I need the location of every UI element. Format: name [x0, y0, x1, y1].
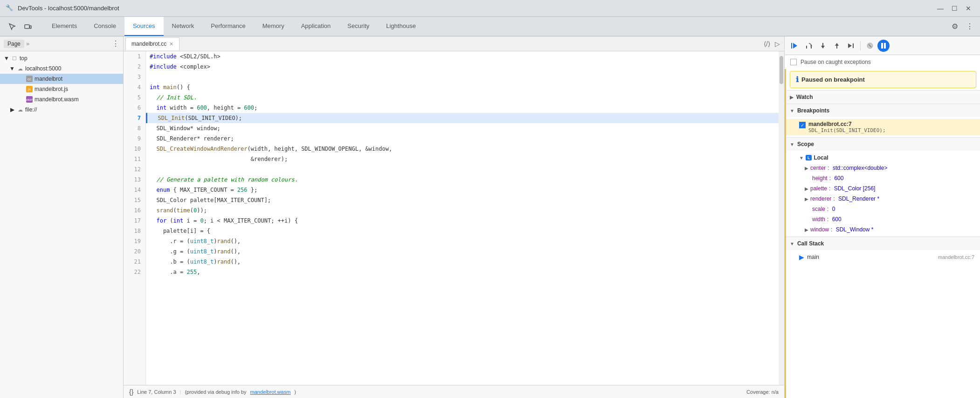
- tab-console[interactable]: Console: [85, 17, 124, 36]
- callstack-item-main[interactable]: ▶ main mandelbrot.cc:7: [786, 252, 980, 262]
- scope-prop-palette: palette: [810, 185, 827, 192]
- pause-exceptions-checkbox[interactable]: [790, 59, 797, 65]
- tree-label-file: file://: [25, 106, 37, 113]
- scope-item-scale[interactable]: scale : 0: [786, 204, 980, 214]
- device-toggle-icon[interactable]: [21, 20, 35, 33]
- scroll-thumb[interactable]: [780, 56, 783, 84]
- svg-marker-2: [793, 43, 797, 49]
- breakpoint-checkbox[interactable]: ✓: [799, 122, 806, 128]
- tree-item-mandelbrot-js[interactable]: js mandelbrot.js: [0, 84, 123, 94]
- window-title: DevTools - localhost:5000/mandelbrot: [18, 5, 931, 12]
- check-icon: ✓: [801, 123, 804, 128]
- code-line-14: enum { MAX_ITER_COUNT = 256 };: [146, 185, 779, 195]
- code-line-17: for (int i = 0; i < MAX_ITER_COUNT; ++i)…: [146, 216, 779, 226]
- pause-exceptions-row: Pause on caught exceptions: [785, 55, 980, 69]
- paused-message: Paused on breakpoint: [801, 76, 865, 83]
- scope-item-height[interactable]: height : 600: [786, 173, 980, 183]
- format-icon[interactable]: ⟨/⟩: [762, 39, 772, 49]
- scope-val-renderer: SDL_Renderer *: [838, 196, 879, 202]
- svg-rect-0: [25, 25, 29, 28]
- scope-item-window[interactable]: ▶ window : SDL_Window *: [786, 224, 980, 235]
- scope-local-header[interactable]: ▼ L Local: [786, 153, 980, 163]
- deactivate-breakpoints-button[interactable]: [863, 39, 876, 52]
- line-num-1: 1: [124, 51, 145, 62]
- editor-tabs: mandelbrot.cc × ⟨/⟩ ▷: [124, 36, 784, 51]
- tree-item-mandelbrot-wasm[interactable]: wasm mandelbrot.wasm: [0, 94, 123, 105]
- code-line-7: SDL_Init(SDL_INIT_VIDEO);: [146, 113, 779, 123]
- step-out-button[interactable]: [830, 39, 843, 52]
- tree-item-mandelbrot[interactable]: cc mandelbrot: [0, 74, 123, 84]
- file-js-icon: js: [26, 86, 33, 92]
- step-over-button[interactable]: [802, 39, 815, 52]
- scope-val-scale: 0: [832, 206, 835, 212]
- tab-bar: Elements Console Sources Network Perform…: [0, 17, 980, 36]
- status-position: Line 7, Column 3: [137, 389, 176, 395]
- line-num-10: 10: [124, 144, 145, 154]
- editor-tab-mandelbrot-cc[interactable]: mandelbrot.cc ×: [125, 37, 179, 50]
- sidebar-more-icon[interactable]: ⋮: [112, 39, 119, 48]
- tab-close-icon[interactable]: ×: [169, 41, 173, 47]
- main-nav-tabs: Elements Console Sources Network Perform…: [43, 17, 424, 36]
- scope-item-width[interactable]: width : 600: [786, 214, 980, 224]
- line-num-17: 17: [124, 216, 145, 226]
- status-source-link[interactable]: mandelbrot.wasm: [250, 389, 290, 395]
- breakpoint-item[interactable]: ✓ mandelbrot.cc:7 SDL_Init(SDL_INIT_VIDE…: [786, 119, 980, 135]
- pause-button[interactable]: [877, 40, 890, 52]
- scope-item-palette[interactable]: ▶ palette : SDL_Color [256]: [786, 183, 980, 194]
- resume-button[interactable]: [788, 39, 801, 52]
- step-into-button[interactable]: [816, 39, 829, 52]
- tree-item-file[interactable]: ▶ ☁ file://: [0, 105, 123, 115]
- breakpoint-code: SDL_Init(SDL_INIT_VIDEO);: [808, 127, 886, 133]
- scope-item-center[interactable]: ▶ center : std::complex<double>: [786, 163, 980, 173]
- sidebar-chevron[interactable]: »: [26, 40, 29, 47]
- inspect-icon[interactable]: [6, 20, 19, 33]
- tab-security[interactable]: Security: [339, 17, 378, 36]
- scope-section: ▼ Scope ▼ L Local ▶ center: [786, 137, 980, 237]
- status-source-info: (provided via debug info by: [185, 389, 246, 395]
- scope-palette-arrow: ▶: [805, 186, 808, 191]
- watch-section-header[interactable]: ▶ Watch: [786, 91, 980, 104]
- code-line-11: &renderer);: [146, 154, 779, 164]
- call-stack-header[interactable]: ▼ Call Stack: [786, 237, 980, 250]
- breakpoints-section-header[interactable]: ▼ Breakpoints: [786, 104, 980, 117]
- tree-arrow-top: ▼: [4, 56, 9, 61]
- file-cc-icon: cc: [26, 76, 33, 82]
- svg-marker-8: [821, 46, 825, 49]
- sidebar-tab-page[interactable]: Page: [4, 40, 24, 48]
- tab-application[interactable]: Application: [293, 17, 339, 36]
- minimize-button[interactable]: —: [934, 3, 946, 14]
- sidebar-header: Page » ⋮: [0, 36, 123, 51]
- callstack-fn-main: main: [807, 254, 819, 260]
- scope-item-renderer[interactable]: ▶ renderer : SDL_Renderer *: [786, 194, 980, 204]
- close-button[interactable]: ✕: [962, 3, 974, 14]
- tree-label-mandelbrot-js: mandelbrot.js: [35, 86, 68, 92]
- more-icon[interactable]: ⋮: [963, 20, 976, 33]
- code-content[interactable]: #include <SDL2/SDL.h> #include <complex>…: [146, 51, 779, 385]
- scope-colon-renderer: :: [833, 196, 836, 202]
- scope-prop-scale: scale: [812, 206, 825, 212]
- tree-item-localhost[interactable]: ▼ ☁ localhost:5000: [0, 63, 123, 74]
- scope-content: ▼ L Local ▶ center : std::complex<double…: [786, 151, 980, 237]
- settings-icon[interactable]: ⚙: [948, 20, 961, 33]
- scope-prop-window: window: [810, 226, 829, 233]
- scope-colon-height: :: [829, 175, 833, 182]
- step-button[interactable]: [844, 39, 857, 52]
- sources-sidebar: Page » ⋮ ▼ ☐ top ▼ ☁ localhost:5000 cc: [0, 36, 124, 398]
- tab-lighthouse[interactable]: Lighthouse: [378, 17, 424, 36]
- tab-elements[interactable]: Elements: [43, 17, 85, 36]
- code-scrollbar[interactable]: [779, 51, 784, 385]
- call-stack-arrow-icon: ▼: [790, 241, 794, 246]
- tab-network[interactable]: Network: [164, 17, 203, 36]
- tree-item-top[interactable]: ▼ ☐ top: [0, 53, 123, 63]
- tree-label-localhost: localhost:5000: [25, 65, 61, 72]
- pretty-print-icon[interactable]: ▷: [772, 39, 782, 49]
- line-num-2: 2: [124, 62, 145, 72]
- tab-performance[interactable]: Performance: [202, 17, 254, 36]
- tab-sources[interactable]: Sources: [124, 17, 164, 36]
- scope-window-arrow: ▶: [805, 227, 808, 232]
- toolbar-left: [2, 17, 43, 36]
- scope-section-header[interactable]: ▼ Scope: [786, 138, 980, 151]
- maximize-button[interactable]: ☐: [948, 3, 960, 14]
- right-panel-content: ℹ Paused on breakpoint ▶ Watch ▼ Breakpo…: [785, 69, 980, 398]
- tab-memory[interactable]: Memory: [254, 17, 293, 36]
